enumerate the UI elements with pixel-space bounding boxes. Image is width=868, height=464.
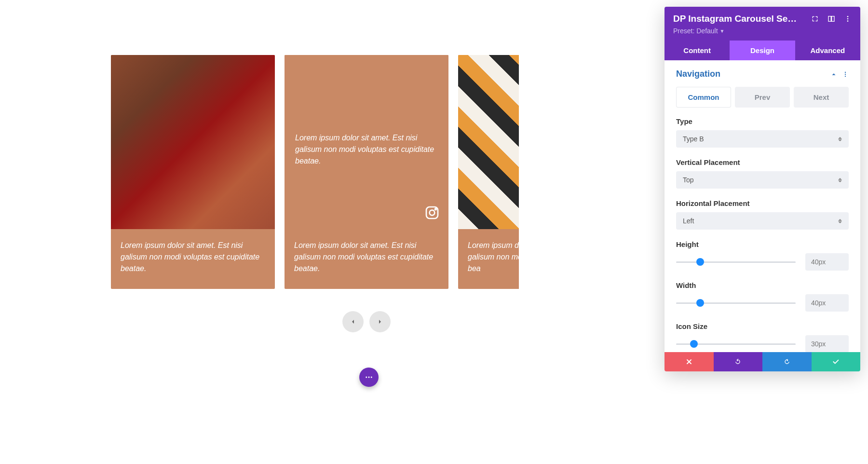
section-header: Navigation: [676, 69, 849, 79]
svg-point-9: [847, 18, 849, 20]
settings-panel: DP Instagram Carousel Setti... Preset: D…: [665, 7, 860, 371]
panel-body[interactable]: Navigation Common Prev Next Type Type B: [665, 60, 860, 352]
svg-point-3: [366, 377, 367, 378]
subtab-next[interactable]: Next: [794, 87, 849, 108]
carousel-prev-button[interactable]: [342, 311, 364, 332]
svg-point-2: [435, 208, 436, 210]
chevron-left-icon: [349, 318, 357, 326]
columns-icon[interactable]: [827, 15, 835, 23]
chevron-right-icon: [376, 318, 384, 326]
svg-point-13: [845, 75, 846, 76]
panel-footer: [665, 352, 860, 371]
slider-thumb[interactable]: [696, 258, 704, 266]
select-chevron-icon: [838, 137, 842, 141]
carousel-card-2[interactable]: Lorem ipsum dolor sit amet. Est nisi gal…: [285, 55, 448, 289]
carousel-track: Lorem ipsum dolor sit amet. Est nisi gal…: [111, 55, 622, 289]
width-label: Width: [676, 281, 849, 289]
subtab-prev[interactable]: Prev: [735, 87, 790, 108]
caret-down-icon: ▼: [720, 28, 725, 34]
redo-button[interactable]: [762, 352, 812, 371]
instagram-icon: [424, 205, 440, 220]
tab-design[interactable]: Design: [730, 41, 795, 60]
tab-advanced[interactable]: Advanced: [795, 41, 860, 60]
svg-point-1: [430, 210, 435, 216]
preset-label: Preset: Default: [673, 27, 718, 35]
carousel-card-3-peek: Lorem ipsum dolor sit amet. Est nisi gal…: [458, 55, 519, 289]
vertical-placement-label: Vertical Placement: [676, 158, 849, 166]
horizontal-placement-label: Horizontal Placement: [676, 199, 849, 207]
card-caption: Lorem ipsum dolor sit amet. Est nisi gal…: [111, 229, 275, 289]
carousel-nav: [111, 311, 622, 332]
svg-point-12: [845, 73, 846, 74]
type-select[interactable]: Type B: [676, 130, 849, 148]
carousel-next-button[interactable]: [369, 311, 391, 332]
icon-size-slider[interactable]: [676, 339, 796, 349]
svg-rect-6: [828, 16, 831, 22]
panel-header: DP Instagram Carousel Setti... Preset: D…: [665, 7, 860, 41]
select-chevron-icon: [838, 178, 842, 182]
type-label: Type: [676, 117, 849, 125]
chevron-up-icon[interactable]: [830, 71, 837, 78]
height-slider[interactable]: [676, 257, 796, 267]
more-vertical-icon[interactable]: [844, 15, 852, 23]
check-icon: [832, 358, 840, 366]
horizontal-placement-value: Left: [683, 217, 694, 225]
vertical-placement-select[interactable]: Top: [676, 171, 849, 189]
carousel-card-1[interactable]: Lorem ipsum dolor sit amet. Est nisi gal…: [111, 55, 275, 289]
slider-thumb[interactable]: [690, 340, 698, 348]
cancel-button[interactable]: [665, 352, 714, 371]
select-chevron-icon: [838, 219, 842, 223]
svg-point-5: [371, 377, 372, 378]
undo-button[interactable]: [714, 352, 763, 371]
panel-tabs: Content Design Advanced: [665, 41, 860, 60]
card-image: [458, 55, 519, 229]
svg-point-4: [368, 377, 370, 378]
card-overlay-text: Lorem ipsum dolor sit amet. Est nisi gal…: [295, 132, 438, 167]
card-image: Lorem ipsum dolor sit amet. Est nisi gal…: [285, 55, 448, 229]
svg-point-8: [847, 16, 849, 17]
width-value-input[interactable]: 40px: [805, 294, 849, 312]
panel-title: DP Instagram Carousel Setti...: [673, 14, 799, 24]
expand-icon[interactable]: [811, 15, 819, 23]
subtabs: Common Prev Next: [676, 87, 849, 108]
undo-icon: [734, 358, 742, 366]
card-image: [111, 55, 275, 229]
card-caption: Lorem ipsum dolor sit amet. Est nisi gal…: [458, 229, 519, 289]
dots-horizontal-icon: [365, 373, 373, 382]
tab-content[interactable]: Content: [665, 41, 730, 60]
close-icon: [685, 358, 693, 366]
vertical-placement-value: Top: [683, 176, 694, 184]
height-value-input[interactable]: 40px: [805, 253, 849, 271]
save-button[interactable]: [812, 352, 861, 371]
svg-point-10: [847, 20, 849, 22]
icon-size-value-input[interactable]: 30px: [805, 335, 849, 352]
section-title[interactable]: Navigation: [676, 69, 720, 79]
width-slider[interactable]: [676, 298, 796, 308]
horizontal-placement-select[interactable]: Left: [676, 212, 849, 230]
more-vertical-icon[interactable]: [842, 71, 849, 78]
carousel: Lorem ipsum dolor sit amet. Est nisi gal…: [111, 55, 622, 289]
height-label: Height: [676, 240, 849, 248]
svg-rect-7: [832, 16, 834, 22]
carousel-card-3[interactable]: Lorem ipsum dolor sit amet. Est nisi gal…: [458, 55, 519, 289]
panel-preset[interactable]: Preset: Default ▼: [673, 27, 852, 35]
redo-icon: [783, 358, 791, 366]
slider-thumb[interactable]: [696, 299, 704, 307]
type-value: Type B: [683, 135, 704, 143]
subtab-common[interactable]: Common: [676, 87, 731, 108]
icon-size-label: Icon Size: [676, 322, 849, 330]
svg-point-11: [845, 71, 846, 72]
card-caption: Lorem ipsum dolor sit amet. Est nisi gal…: [285, 229, 448, 289]
more-actions-fab[interactable]: [359, 368, 379, 387]
